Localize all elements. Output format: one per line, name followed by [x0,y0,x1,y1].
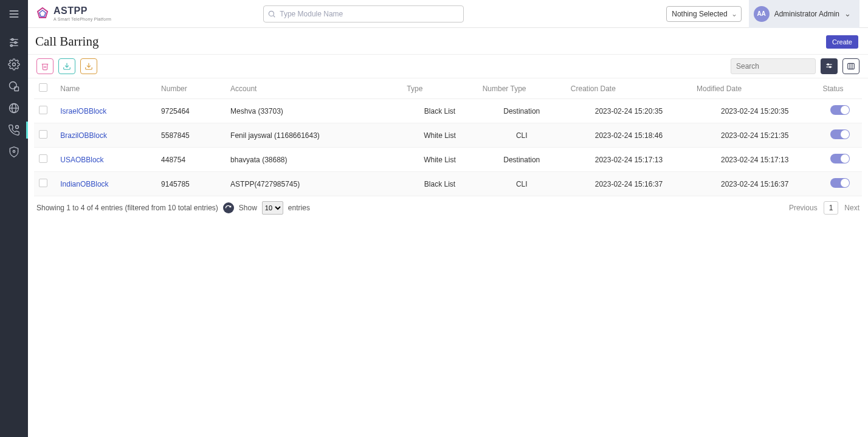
avatar: AA [754,6,770,22]
row-type: White List [402,148,477,172]
row-modified: 2023-02-24 15:17:13 [692,148,818,172]
row-number-type: Destination [478,99,566,123]
svg-line-6 [274,15,275,17]
next-page[interactable]: Next [844,204,859,212]
col-status[interactable]: Status [818,78,862,99]
nav-item-5[interactable] [0,119,28,141]
svg-point-5 [269,11,274,16]
user-menu[interactable]: AA Administrator Admin ⌄ [749,0,859,28]
table-search-input[interactable] [731,58,816,74]
refresh-button[interactable] [223,202,234,213]
shield-icon [8,146,20,158]
table-footer: Showing 1 to 4 of 4 entries (filtered fr… [28,196,868,219]
table-row: IsraelOBBlock9725464Meshva (33703)Black … [34,99,862,123]
refresh-icon [225,205,232,212]
status-toggle[interactable] [830,129,850,139]
page-size-select[interactable]: 10 [262,201,283,215]
show-label: Show [239,204,257,212]
brand-name: ASTPP [53,6,111,16]
page-title: Call Barring [35,34,98,49]
user-name: Administrator Admin [774,10,839,18]
nav-item-2[interactable] [0,53,28,75]
col-type[interactable]: Type [402,78,477,99]
data-table: Name Number Account Type Number Type Cre… [34,78,862,196]
table-toolbar [28,54,868,78]
nav-item-1[interactable] [0,32,28,53]
row-type: White List [402,123,477,148]
row-checkbox[interactable] [39,179,47,187]
current-page[interactable]: 1 [824,201,839,215]
row-account: Meshva (33703) [226,99,402,123]
entries-info: Showing 1 to 4 of 4 entries (filtered fr… [36,204,218,212]
brand-tagline: A Smart TelePhony Platform [53,17,111,21]
table-row: BrazilOBBlock5587845Fenil jayswal (11686… [34,123,862,148]
columns-button[interactable] [842,58,859,74]
svg-point-14 [10,82,17,89]
row-modified: 2023-02-24 15:20:35 [692,99,818,123]
trash-icon [41,62,49,71]
delete-button[interactable] [36,58,53,74]
nav-item-6[interactable] [0,141,28,163]
row-number: 9145785 [156,172,226,196]
page-content: Call Barring Create Name Number Account [28,28,868,437]
create-button[interactable]: Create [826,35,858,49]
svg-rect-27 [848,63,855,69]
nav-item-4[interactable] [0,97,28,119]
chevron-down-icon: ⌄ [731,10,737,18]
col-number[interactable]: Number [156,78,226,99]
row-type: Black List [402,172,477,196]
brand-logo[interactable]: ASTPP A Smart TelePhony Platform [35,6,111,21]
left-sidebar [0,28,28,437]
prev-page[interactable]: Previous [789,204,818,212]
row-account: ASTPP(4727985745) [226,172,402,196]
filter-icon [825,62,833,71]
row-name-link[interactable]: IsraelOBBlock [60,107,106,115]
svg-point-20 [13,151,15,153]
status-toggle[interactable] [830,178,850,188]
col-name[interactable]: Name [55,78,156,99]
table-row: IndianOBBlock9145785ASTPP(4727985745)Bla… [34,172,862,196]
status-toggle[interactable] [830,105,850,115]
row-number: 5587845 [156,123,226,148]
filter-button[interactable] [821,58,838,74]
row-name-link[interactable]: IndianOBBlock [60,180,108,188]
row-number-type: Destination [478,148,566,172]
module-search [263,5,464,22]
phone-icon [8,124,20,136]
row-checkbox[interactable] [39,154,47,163]
svg-point-24 [827,64,828,65]
col-creation-date[interactable]: Creation Date [566,78,692,99]
entries-label: entries [288,204,310,212]
select-all-checkbox[interactable] [39,83,47,92]
top-header: ASTPP A Smart TelePhony Platform Nothing… [0,0,868,28]
columns-icon [847,62,855,71]
row-name-link[interactable]: USAOBBlock [60,156,103,164]
import-button[interactable] [58,58,75,74]
row-created: 2023-02-24 15:17:13 [566,148,692,172]
row-checkbox[interactable] [39,106,47,114]
row-created: 2023-02-24 15:18:46 [566,123,692,148]
globe-icon [8,102,20,114]
svg-rect-15 [15,87,19,91]
status-toggle[interactable] [830,154,850,163]
top-selector-label: Nothing Selected [672,10,727,18]
row-number: 448754 [156,148,226,172]
row-account: Fenil jayswal (1168661643) [226,123,402,148]
row-modified: 2023-02-24 15:21:35 [692,123,818,148]
sliders-icon [8,36,20,49]
menu-toggle[interactable] [0,0,28,28]
top-selector[interactable]: Nothing Selected ⌄ [666,6,741,22]
col-account[interactable]: Account [226,78,402,99]
export-button[interactable] [80,58,97,74]
nav-item-3[interactable] [0,75,28,97]
svg-marker-4 [40,10,46,16]
module-search-input[interactable] [263,5,464,22]
row-checkbox[interactable] [39,130,47,139]
col-modified-date[interactable]: Modified Date [692,78,818,99]
row-name-link[interactable]: BrazilOBBlock [60,131,107,140]
row-account: bhavyata (38688) [226,148,402,172]
upload-icon [63,62,71,71]
svg-point-26 [830,66,831,67]
row-number-type: CLI [478,172,566,196]
col-number-type[interactable]: Number Type [478,78,566,99]
